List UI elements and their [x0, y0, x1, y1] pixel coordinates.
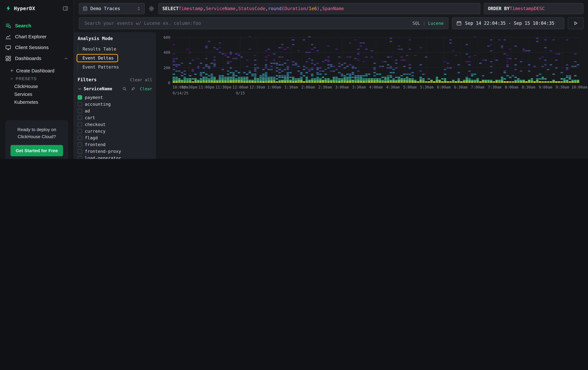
y-tick-label: 400 [163, 50, 170, 55]
sidebar-item-label: Kubernetes [14, 100, 38, 105]
query-token: , [203, 6, 206, 11]
filters-header: Filters Clear all [78, 77, 152, 82]
y-tick-label: 0 [168, 81, 170, 85]
duration-heatmap-chart: 0200400600 10:00pm10:30pm11:00pm11:30pm1… [160, 36, 588, 102]
sidebar-item-dashboards[interactable]: Dashboards [0, 53, 74, 64]
filter-value-label: accounting [85, 101, 111, 107]
sidebar-item-label: ClickHouse [14, 84, 38, 89]
x-tick-label: 1:00am [267, 85, 281, 89]
sidebar-nav: SearchChart ExplorerClient SessionsDashb… [0, 20, 74, 64]
pin-icon[interactable] [131, 87, 136, 91]
checkbox[interactable] [78, 156, 82, 159]
filter-checkbox-row[interactable]: flagd [78, 134, 152, 141]
filter-groups: ServiceNameClearpaymentaccountingadcartc… [78, 86, 152, 159]
query-token: , [320, 6, 322, 11]
get-started-button[interactable]: Get Started for Free [10, 145, 63, 156]
hyperdx-logo[interactable]: HyperDX [5, 5, 35, 11]
analysis-mode-event-patterns[interactable]: Event Patterns [78, 63, 123, 71]
filter-checkbox-row[interactable]: frontend-proxy [78, 148, 152, 155]
checkbox[interactable] [78, 129, 82, 133]
play-icon [573, 20, 578, 26]
lucene-mode-toggle[interactable]: Lucene [428, 20, 444, 26]
x-tick-label: 10:00am [571, 85, 587, 89]
checkbox[interactable] [78, 149, 82, 154]
content: Analysis Mode Results TableEvent DeltasE… [74, 32, 588, 159]
filter-checkbox-row[interactable]: ad [78, 108, 152, 114]
checkbox[interactable] [78, 95, 82, 100]
sidebar-item-kubernetes[interactable]: Kubernetes [0, 98, 74, 106]
sidebar-item-clickhouse[interactable]: ClickHouse [0, 82, 74, 90]
time-range-picker[interactable]: Sep 14 22:04:35 - Sep 15 10:04:35 [452, 17, 565, 29]
sidebar-item-label: Chart Explorer [15, 34, 46, 40]
heatmap-canvas[interactable] [172, 36, 579, 83]
filter-value-label: frontend-proxy [85, 149, 121, 154]
analysis-mode-title: Analysis Mode [78, 36, 152, 41]
collapse-sidebar-icon[interactable] [63, 5, 68, 11]
facet-clear-link[interactable]: Clear [140, 86, 152, 91]
checkbox[interactable] [78, 109, 82, 113]
x-date-label: 9/15 [236, 91, 245, 95]
clickhouse-promo-card: Ready to deploy on ClickHouse Cloud? Get… [5, 120, 68, 159]
y-tick-label: 600 [163, 35, 170, 40]
gear-icon[interactable] [148, 6, 154, 11]
sql-select-input[interactable]: SELECT Timestamp, ServiceName, StatusCod… [158, 3, 481, 14]
query-token: 1e6 [309, 6, 317, 11]
query-token: Duration [284, 6, 306, 11]
search-input[interactable] [84, 20, 410, 26]
x-tick-label: 5:00am [403, 85, 417, 89]
filter-checkbox-row[interactable]: frontend [78, 141, 152, 148]
x-tick-label: 8:30am [522, 85, 535, 89]
filter-checkbox-row[interactable]: currency [78, 128, 152, 134]
x-tick-label: 9:30am [556, 85, 569, 89]
filter-group-name: ServiceName [84, 86, 118, 91]
filter-checkbox-row[interactable]: checkout [78, 121, 152, 128]
plot-area [172, 36, 579, 83]
checkbox[interactable] [78, 136, 82, 140]
search-icon[interactable] [122, 87, 127, 91]
selector-icon [136, 6, 141, 11]
sidebar-item-presets[interactable]: PRESETS [0, 74, 74, 82]
analysis-mode-options: Results TableEvent DeltasEvent Patterns [78, 45, 152, 71]
sidebar-item-chart-explorer[interactable]: Chart Explorer [0, 31, 74, 42]
query-token: , [265, 6, 268, 11]
order-by-input[interactable]: ORDER BY Timestamp DESC [484, 3, 584, 14]
sidebar: HyperDX SearchChart ExplorerClient Sessi… [0, 0, 74, 159]
sidebar-item-create-dashboard[interactable]: Create Dashboard [0, 67, 74, 75]
plus-icon [10, 69, 14, 73]
clear-all-link[interactable]: Clear all [130, 77, 152, 82]
filter-value-label: frontend [85, 142, 105, 147]
x-tick-label: 1:30am [284, 85, 298, 89]
filter-checkbox-row[interactable]: accounting [78, 101, 152, 108]
time-range-value: Sep 14 22:04:35 - Sep 15 10:04:35 [465, 20, 554, 26]
dashboards-submenu: Create DashboardPRESETSClickHouseService… [0, 67, 74, 106]
analysis-mode-results-table[interactable]: Results Table [78, 45, 121, 53]
sidebar-item-client-sessions[interactable]: Client Sessions [0, 42, 74, 53]
database-icon [83, 6, 88, 11]
chevron-down-icon [10, 77, 13, 80]
x-tick-label: 10:30pm [182, 85, 197, 89]
analysis-mode-event-deltas[interactable]: Event Deltas [76, 54, 118, 62]
sql-mode-toggle[interactable]: SQL [412, 20, 420, 26]
checkbox[interactable] [78, 115, 82, 120]
sidebar-item-services[interactable]: Services [0, 90, 74, 98]
run-query-button[interactable] [568, 17, 584, 29]
sidebar-item-search[interactable]: Search [0, 20, 74, 31]
list-search-icon [5, 23, 11, 29]
sidebar-item-label: Client Sessions [15, 45, 49, 50]
x-tick-label: 4:00am [369, 85, 383, 89]
filter-value-label: flagd [85, 135, 98, 140]
source-select[interactable]: Demo Traces [79, 3, 145, 14]
checkbox[interactable] [78, 102, 82, 107]
x-date-label: 9/14/25 [172, 91, 188, 95]
checkbox[interactable] [78, 142, 82, 147]
filter-value-label: ad [85, 108, 90, 114]
filter-checkbox-row[interactable]: load-generator [78, 155, 152, 159]
query-token: , [236, 6, 238, 11]
filter-checkbox-row[interactable]: cart [78, 114, 152, 121]
filter-checkbox-row[interactable]: payment [78, 94, 152, 101]
filter-value-label: checkout [85, 122, 105, 127]
x-tick-label: 3:30am [352, 85, 366, 89]
checkbox[interactable] [78, 122, 82, 127]
search-bar[interactable]: SQL | Lucene [79, 17, 448, 29]
order-token: ORDER BY [488, 6, 510, 11]
